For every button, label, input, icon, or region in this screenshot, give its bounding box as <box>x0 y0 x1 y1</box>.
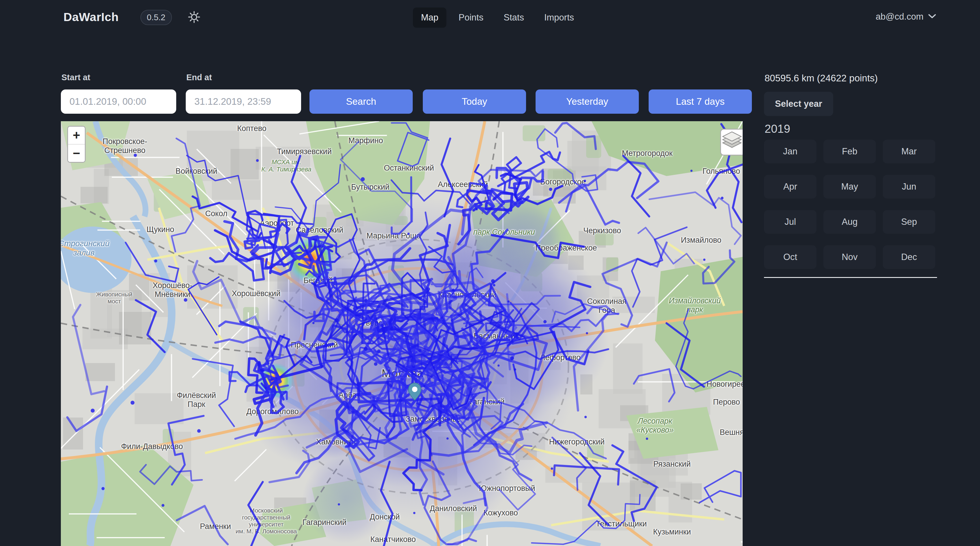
month-button-aug[interactable]: Aug <box>823 210 876 234</box>
map-container[interactable]: КоптевоПокровское- СтрешневоТимирязевски… <box>61 121 743 546</box>
start-at-label: Start at <box>61 73 90 82</box>
month-button-jul[interactable]: Jul <box>764 210 816 234</box>
last-7-days-button[interactable]: Last 7 days <box>649 89 752 114</box>
month-button-mar[interactable]: Mar <box>883 140 935 163</box>
user-menu[interactable]: ab@cd.com <box>876 11 936 22</box>
month-button-feb[interactable]: Feb <box>823 140 876 163</box>
year-heading: 2019 <box>765 122 790 135</box>
month-button-jan[interactable]: Jan <box>764 140 816 163</box>
month-button-apr[interactable]: Apr <box>764 175 816 198</box>
layers-control[interactable] <box>720 129 743 156</box>
month-button-jun[interactable]: Jun <box>883 175 935 198</box>
end-at-label: End at <box>186 73 212 82</box>
zoom-out-button[interactable]: − <box>68 145 85 162</box>
chevron-down-icon <box>928 14 936 20</box>
month-button-may[interactable]: May <box>823 175 876 198</box>
end-date-input[interactable] <box>186 89 301 114</box>
app-header: DaWarIch 0.5.2 Map Points Stats Imports … <box>0 0 980 35</box>
sidebar-divider <box>764 277 937 278</box>
month-button-dec[interactable]: Dec <box>883 245 935 269</box>
app-logo: DaWarIch <box>64 10 119 24</box>
month-grid: Jan Feb Mar Apr May Jun Jul Aug Sep Oct … <box>764 140 937 269</box>
month-button-nov[interactable]: Nov <box>823 245 876 269</box>
tab-map[interactable]: Map <box>413 8 447 28</box>
month-button-sep[interactable]: Sep <box>883 210 935 234</box>
location-marker[interactable] <box>408 383 422 401</box>
today-button[interactable]: Today <box>423 89 526 114</box>
tab-stats[interactable]: Stats <box>495 8 532 28</box>
tab-points[interactable]: Points <box>450 8 492 28</box>
zoom-in-button[interactable]: + <box>68 127 85 144</box>
version-badge: 0.5.2 <box>140 10 172 25</box>
main-nav: Map Points Stats Imports <box>413 8 582 28</box>
map-base-tiles <box>61 121 743 546</box>
select-year-button[interactable]: Select year <box>764 92 833 116</box>
start-date-input[interactable] <box>61 89 176 114</box>
map-zoom-control: + − <box>67 126 86 163</box>
distance-points-stats: 80595.6 km (24622 points) <box>765 73 878 84</box>
yesterday-button[interactable]: Yesterday <box>536 89 639 114</box>
tab-imports[interactable]: Imports <box>536 8 582 28</box>
user-email: ab@cd.com <box>876 11 923 22</box>
theme-toggle-sun-icon[interactable] <box>188 10 201 24</box>
month-button-oct[interactable]: Oct <box>764 245 816 269</box>
search-button[interactable]: Search <box>309 89 413 114</box>
